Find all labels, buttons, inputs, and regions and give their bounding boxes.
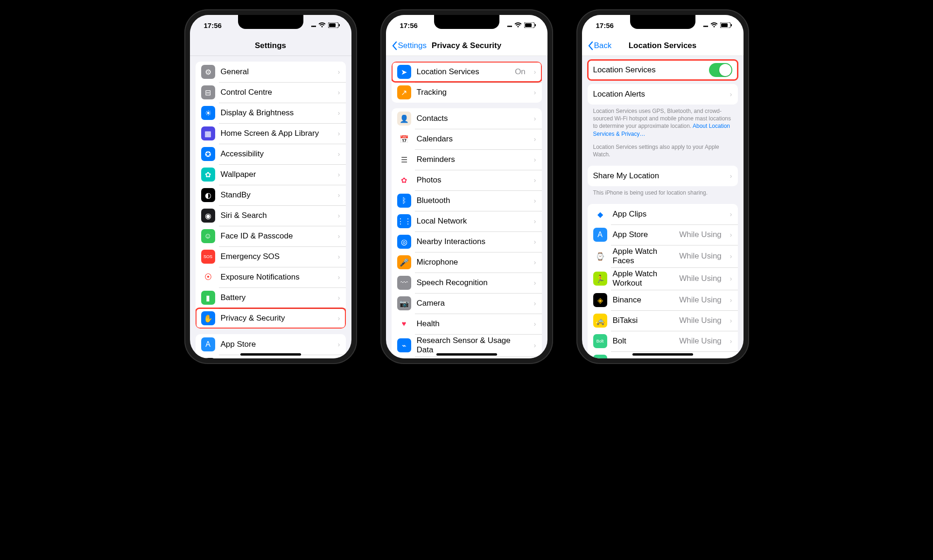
settings-row[interactable]: ⊟Control Centre› [196, 82, 346, 103]
app-icon: ☺ [201, 229, 215, 243]
back-label: Back [594, 41, 612, 50]
settings-row[interactable]: ◉Siri & Search› [196, 205, 346, 226]
notch [630, 15, 695, 29]
chevron-right-icon: › [338, 273, 340, 281]
chevron-right-icon: › [534, 238, 536, 245]
chevron-right-icon: › [730, 231, 732, 238]
home-indicator[interactable] [436, 353, 497, 356]
location-services-toggle-group: Location Services [588, 60, 738, 80]
chevron-right-icon: › [338, 315, 340, 322]
settings-row[interactable]: ↗Tracking› [392, 82, 542, 103]
chevron-right-icon: › [534, 115, 536, 122]
app-icon: ✋ [201, 311, 215, 325]
row-label: Local Network [417, 217, 526, 226]
settings-row[interactable]: ◆App Clips› [588, 204, 738, 224]
settings-row[interactable]: 〰Speech Recognition› [392, 273, 542, 293]
app-icon: ⋮⋮ [397, 214, 411, 228]
chevron-right-icon: › [534, 259, 536, 266]
chevron-right-icon: › [534, 68, 536, 76]
settings-row[interactable]: ⌚Apple Watch FacesWhile Using› [588, 245, 738, 267]
settings-row[interactable]: ♥Health› [392, 314, 542, 334]
settings-row[interactable]: SOSEmergency SOS› [196, 246, 346, 267]
row-label: Wallpaper [221, 170, 330, 179]
content-1[interactable]: ⚙General›⊟Control Centre›☀Display & Brig… [190, 56, 351, 358]
settings-row[interactable]: AApp StoreWhile Using› [588, 224, 738, 245]
settings-group: 👤Contacts›📅Calendars›☰Reminders›✿Photos›… [392, 108, 542, 358]
app-icon: ▦ [201, 126, 215, 140]
content-2[interactable]: ➤Location ServicesOn›↗Tracking›👤Contacts… [386, 56, 547, 358]
chevron-left-icon [588, 41, 593, 50]
row-label: Accessibility [221, 149, 330, 159]
app-icon: ☀ [201, 106, 215, 120]
app-icon: ✿ [201, 168, 215, 182]
row-label: Apple Watch Workout [613, 269, 674, 288]
chevron-right-icon: › [338, 89, 340, 96]
settings-row[interactable]: 🚕BiTaksiWhile Using› [588, 310, 738, 331]
settings-row[interactable]: ✿Wallpaper› [196, 164, 346, 185]
settings-row[interactable]: 👤Contacts› [392, 108, 542, 129]
location-alerts-row[interactable]: Location Alerts › [588, 84, 738, 105]
settings-row[interactable]: ✋Privacy & Security› [196, 308, 346, 329]
app-icon: ◈ [593, 293, 607, 307]
nav-title: Settings [190, 41, 351, 50]
toggle-switch[interactable] [709, 63, 732, 77]
settings-row[interactable]: ☰Reminders› [392, 149, 542, 170]
settings-row[interactable]: 📷Camera› [392, 293, 542, 314]
app-icon: ᛒ [397, 194, 411, 208]
row-label: Siri & Search [221, 211, 330, 220]
back-button[interactable]: Back [588, 41, 612, 50]
row-label: Camera [417, 299, 526, 308]
settings-row[interactable]: ⌂HomeKit› [392, 357, 542, 358]
settings-row[interactable]: ⋮⋮Local Network› [392, 211, 542, 231]
chevron-right-icon: › [338, 68, 340, 76]
location-services-toggle-row[interactable]: Location Services [588, 60, 738, 80]
nav-bar: Settings Privacy & Security [386, 35, 547, 56]
home-indicator[interactable] [632, 353, 693, 356]
share-my-location-row[interactable]: Share My Location › [588, 166, 738, 186]
back-button[interactable]: Settings [392, 41, 427, 50]
row-label: Face ID & Passcode [221, 231, 330, 241]
settings-row[interactable]: 📅Calendars› [392, 129, 542, 149]
app-icon: ⊟ [201, 85, 215, 99]
app-icon: ☰ [397, 153, 411, 167]
app-icon: 📷 [397, 296, 411, 310]
wifi-icon [514, 22, 522, 28]
chevron-right-icon: › [730, 210, 732, 218]
home-indicator[interactable] [240, 353, 301, 356]
row-label: Health [417, 319, 526, 329]
row-label: Battery [221, 293, 330, 302]
settings-row[interactable]: ◐StandBy› [196, 185, 346, 205]
status-time: 17:56 [596, 21, 614, 29]
settings-row[interactable]: AApp Store› [196, 334, 346, 355]
content-3[interactable]: Location Services Location Alerts › Loca… [582, 56, 744, 358]
settings-row[interactable]: ▦Home Screen & App Library› [196, 123, 346, 144]
row-label: Nearby Interactions [417, 237, 526, 246]
settings-row[interactable]: ᛒBluetooth› [392, 190, 542, 211]
row-label: Location Alerts [593, 90, 722, 99]
app-icon: ➤ [397, 65, 411, 79]
chevron-right-icon: › [534, 342, 536, 349]
battery-icon [328, 22, 340, 28]
settings-row[interactable]: ✪Accessibility› [196, 144, 346, 164]
chevron-right-icon: › [730, 337, 732, 345]
app-icon: A [201, 337, 215, 351]
settings-row[interactable]: 🎤Microphone› [392, 252, 542, 273]
app-icon: A [593, 228, 607, 242]
settings-row[interactable]: ☺Face ID & Passcode› [196, 226, 346, 246]
settings-row[interactable]: 🏃Apple Watch WorkoutWhile Using› [588, 267, 738, 290]
chevron-right-icon: › [730, 252, 732, 260]
settings-row[interactable]: ➤Location ServicesOn› [392, 62, 542, 82]
settings-row[interactable]: ☀Display & Brightness› [196, 103, 346, 123]
settings-row[interactable]: BoltBoltWhile Using› [588, 331, 738, 351]
row-label: Photos [417, 175, 526, 185]
back-label: Settings [398, 41, 427, 50]
settings-row[interactable]: ⚙General› [196, 62, 346, 82]
settings-row[interactable]: ⦿Exposure Notifications› [196, 267, 346, 287]
app-icon: ⦿ [201, 270, 215, 284]
settings-row[interactable]: ◎Nearby Interactions› [392, 231, 542, 252]
settings-row[interactable]: ◈BinanceWhile Using› [588, 290, 738, 310]
settings-row[interactable]: ▮Battery› [196, 287, 346, 308]
row-label: Privacy & Security [221, 314, 330, 323]
settings-row[interactable]: ✿Photos› [392, 170, 542, 190]
row-label: Location Services [417, 67, 510, 77]
